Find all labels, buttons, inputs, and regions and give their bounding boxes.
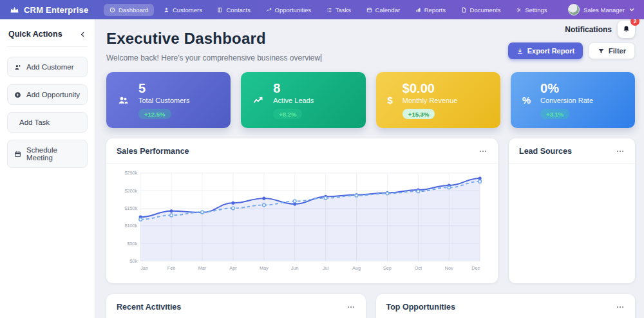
lead-sources-title: Lead Sources	[519, 147, 572, 156]
quick-action-add-task[interactable]: Add Task	[7, 112, 88, 133]
trend-icon	[252, 95, 263, 106]
stats-row: 5Total Customers+12.5%8Active Leads+8.2%…	[106, 72, 635, 128]
stat-change-badge: +15.3%	[402, 109, 435, 119]
nav-item-opportunities[interactable]: Opportunities	[260, 4, 317, 16]
svg-text:$50k: $50k	[127, 241, 137, 247]
page-heading: Executive Dashboard Welcome back! Here's…	[106, 30, 321, 62]
list-icon	[327, 7, 332, 13]
svg-text:$0k: $0k	[130, 258, 138, 264]
page-subtitle: Welcome back! Here's your comprehensive …	[106, 53, 321, 62]
svg-text:Dec: Dec	[471, 265, 480, 271]
plus-circle-icon	[14, 91, 21, 98]
svg-text:$150k: $150k	[124, 205, 137, 211]
quick-action-add-customer[interactable]: Add Customer	[7, 57, 88, 77]
top-opportunities-card: Top Opportunities	[376, 294, 636, 318]
text-cursor	[321, 54, 321, 62]
ellipsis-icon	[346, 303, 355, 312]
top-opportunities-menu-button[interactable]	[616, 303, 625, 312]
sidebar-title: Quick Actions	[8, 30, 62, 39]
top-nav: CRM Enterprise DashboardCustomersContact…	[0, 0, 644, 19]
ellipsis-icon	[616, 147, 625, 156]
nav-item-reports[interactable]: Reports	[410, 4, 451, 16]
recent-activities-title: Recent Activities	[117, 303, 181, 312]
recent-activities-card: Recent Activities	[106, 294, 366, 318]
filter-button[interactable]: Filter	[589, 42, 635, 59]
user-name: Sales Manager	[583, 6, 625, 14]
gauge-icon	[109, 7, 115, 13]
stat-label: Total Customers	[138, 97, 189, 104]
svg-text:Apr: Apr	[229, 265, 237, 271]
stat-label: Monthly Revenue	[402, 97, 458, 104]
bell-icon	[622, 25, 630, 33]
quick-action-add-opportunity[interactable]: Add Opportunity	[7, 84, 88, 105]
gear-icon	[516, 7, 522, 13]
user-plus-icon	[14, 64, 21, 71]
svg-text:Jul: Jul	[323, 265, 329, 271]
sales-performance-menu-button[interactable]	[478, 147, 488, 156]
notifications-button[interactable]: 2	[618, 21, 635, 38]
svg-text:$200k: $200k	[124, 188, 137, 194]
stat-value: 0%	[540, 81, 593, 95]
bar-chart-icon	[415, 7, 421, 13]
sales-performance-card: Sales Performance $0k$50k$100k$150k$200k…	[106, 138, 498, 283]
nav-item-settings[interactable]: Settings	[510, 4, 553, 16]
chevron-left-icon	[79, 31, 86, 38]
svg-text:Feb: Feb	[167, 265, 176, 271]
stat-card-conversion-rate: %0%Conversion Rate+3.1%	[511, 72, 635, 128]
crm-app-window: CRM Enterprise DashboardCustomersContact…	[0, 0, 644, 318]
user-icon	[164, 7, 169, 13]
stat-label: Conversion Rate	[540, 97, 593, 104]
stat-card-monthly-revenue: $$0.00Monthly Revenue+15.3%	[376, 72, 500, 128]
nav-item-contacts[interactable]: Contacts	[211, 4, 256, 16]
svg-text:May: May	[260, 265, 269, 271]
svg-text:Sep: Sep	[383, 265, 392, 271]
svg-text:Nov: Nov	[445, 265, 453, 271]
stat-label: Active Leads	[273, 97, 314, 104]
header-controls: Notifications 2 Export Report	[508, 21, 635, 59]
export-report-button[interactable]: Export Report	[508, 42, 583, 59]
main-content: Executive Dashboard Welcome back! Here's…	[95, 19, 644, 318]
notifications-label: Notifications	[565, 25, 612, 34]
nav-item-dashboard[interactable]: Dashboard	[104, 4, 154, 16]
address-book-icon	[217, 7, 223, 13]
quick-actions-sidebar: Quick Actions Add CustomerAdd Opportunit…	[0, 19, 95, 318]
page-title: Executive Dashboard	[106, 30, 321, 48]
notification-count-badge: 2	[630, 19, 639, 26]
calendar-icon	[14, 151, 21, 158]
trend-icon	[266, 7, 272, 13]
stat-card-total-customers: 5Total Customers+12.5%	[106, 72, 231, 128]
calendar-icon	[366, 7, 372, 13]
svg-text:$100k: $100k	[124, 223, 137, 229]
svg-text:Oct: Oct	[415, 265, 422, 271]
download-icon	[516, 48, 524, 55]
user-menu[interactable]: Sales Manager	[568, 4, 635, 15]
svg-text:Jan: Jan	[140, 265, 148, 271]
sidebar-collapse-button[interactable]	[79, 31, 86, 38]
file-icon	[461, 7, 467, 13]
nav-item-tasks[interactable]: Tasks	[321, 4, 357, 16]
nav-item-calendar[interactable]: Calendar	[361, 4, 406, 16]
user-avatar	[568, 4, 580, 15]
svg-text:Mar: Mar	[198, 265, 207, 271]
chevron-down-icon	[629, 6, 635, 13]
svg-text:Jun: Jun	[291, 265, 299, 271]
brand: CRM Enterprise	[9, 5, 88, 15]
users-group-icon	[118, 95, 129, 106]
dollar-icon: $	[388, 95, 393, 106]
nav-item-documents[interactable]: Documents	[455, 4, 507, 16]
stat-value: 5	[138, 81, 189, 95]
lead-sources-menu-button[interactable]	[616, 147, 625, 156]
brand-name: CRM Enterprise	[24, 5, 88, 15]
top-opportunities-title: Top Opportunities	[386, 303, 455, 312]
recent-activities-menu-button[interactable]	[346, 303, 355, 312]
ellipsis-icon	[616, 303, 625, 312]
lead-sources-card: Lead Sources	[509, 138, 635, 283]
stat-card-active-leads: 8Active Leads+8.2%	[241, 72, 365, 128]
sales-performance-line-chart: $0k$50k$100k$150k$200k$250kJanFebMarAprM…	[114, 168, 490, 272]
main-nav-items: DashboardCustomersContactsOpportunitiesT…	[100, 4, 556, 16]
svg-text:$250k: $250k	[124, 170, 137, 176]
stat-value: 8	[273, 81, 314, 95]
quick-action-schedule-meeting[interactable]: Schedule Meeting	[7, 140, 88, 168]
nav-item-customers[interactable]: Customers	[158, 4, 208, 16]
stat-change-badge: +8.2%	[273, 109, 302, 119]
